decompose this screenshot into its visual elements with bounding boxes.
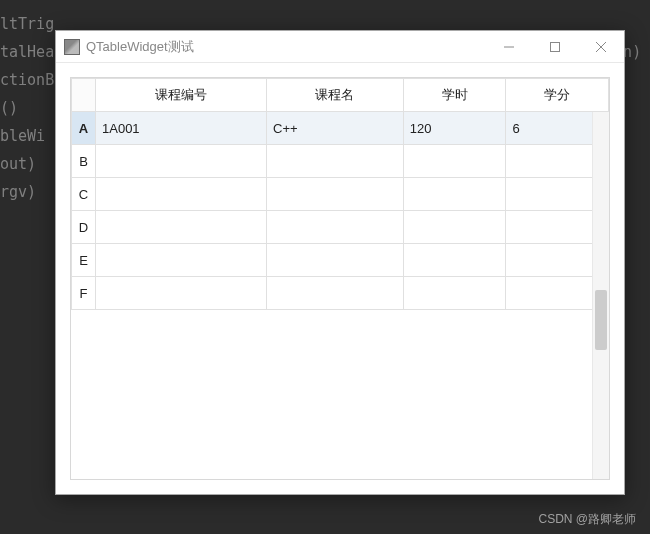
svg-rect-1 [551,42,560,51]
window-client-area: 课程编号 课程名 学时 学分 A1A001C++1206BCDEF [56,63,624,494]
row-header[interactable]: A [72,112,96,145]
table-row[interactable]: F [72,277,609,310]
table-row[interactable]: A1A001C++1206 [72,112,609,145]
table-row[interactable]: D [72,211,609,244]
table-cell[interactable] [96,211,267,244]
table-row[interactable]: C [72,178,609,211]
column-header[interactable]: 课程名 [267,79,404,112]
table-cell[interactable]: 120 [403,112,506,145]
scrollbar-thumb[interactable] [595,290,607,350]
table-cell[interactable] [403,277,506,310]
table-cell[interactable] [267,244,404,277]
row-header[interactable]: F [72,277,96,310]
table-cell[interactable] [403,244,506,277]
column-header[interactable]: 学时 [403,79,506,112]
table-cell[interactable] [267,178,404,211]
window-titlebar[interactable]: QTableWidget测试 [56,31,624,63]
column-header[interactable]: 课程编号 [96,79,267,112]
app-window: QTableWidget测试 课程编号 课程名 学时 学分 [55,30,625,495]
data-table[interactable]: 课程编号 课程名 学时 学分 A1A001C++1206BCDEF [71,78,609,310]
table-cell[interactable] [96,145,267,178]
table-cell[interactable] [403,178,506,211]
table-cell[interactable]: C++ [267,112,404,145]
table-row[interactable]: B [72,145,609,178]
table-cell[interactable] [267,145,404,178]
table-cell[interactable] [267,277,404,310]
row-header[interactable]: B [72,145,96,178]
close-button[interactable] [578,31,624,63]
table-cell[interactable] [267,211,404,244]
minimize-button[interactable] [486,31,532,63]
row-header[interactable]: D [72,211,96,244]
table-cell[interactable] [96,244,267,277]
table-cell[interactable] [96,277,267,310]
table-cell[interactable] [403,211,506,244]
table-corner[interactable] [72,79,96,112]
vertical-scrollbar[interactable] [592,112,609,479]
window-title: QTableWidget测试 [86,38,486,56]
table-cell[interactable]: 1A001 [96,112,267,145]
table-row[interactable]: E [72,244,609,277]
app-icon [64,39,80,55]
table-cell[interactable] [403,145,506,178]
watermark-text: CSDN @路卿老师 [538,511,636,528]
table-cell[interactable] [96,178,267,211]
maximize-button[interactable] [532,31,578,63]
column-header[interactable]: 学分 [506,79,609,112]
row-header[interactable]: C [72,178,96,211]
row-header[interactable]: E [72,244,96,277]
table-widget[interactable]: 课程编号 课程名 学时 学分 A1A001C++1206BCDEF [70,77,610,480]
